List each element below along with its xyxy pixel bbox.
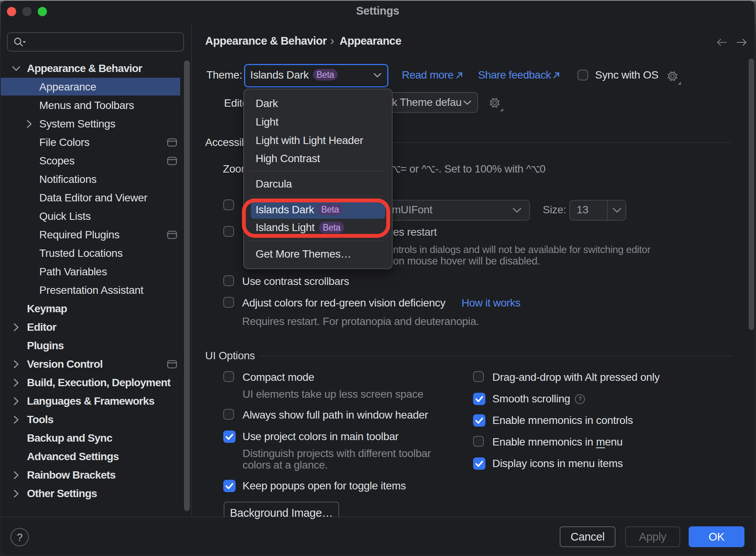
- svg-text:?: ?: [578, 396, 582, 402]
